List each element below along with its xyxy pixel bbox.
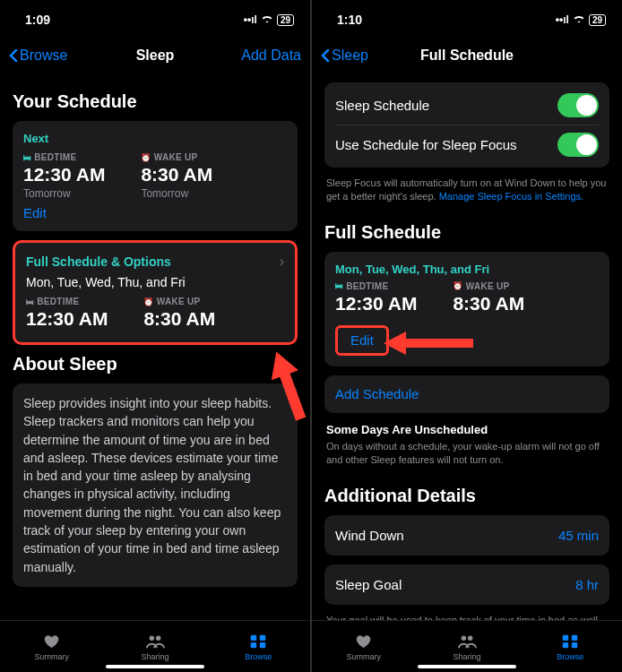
edit-button[interactable]: Edit	[23, 200, 287, 220]
sleep-schedule-label: Sleep Schedule	[335, 98, 429, 113]
people-icon	[457, 633, 477, 650]
bed-icon: 🛏	[23, 153, 31, 162]
next-schedule-card: Next 🛏BEDTIME 12:30 AM Tomorrow ⏰WAKE UP…	[13, 121, 298, 231]
add-data-button[interactable]: Add Data	[241, 47, 301, 64]
add-schedule-button[interactable]: Add Schedule	[335, 386, 419, 401]
content[interactable]: Your Schedule Next 🛏BEDTIME 12:30 AM Tom…	[0, 72, 310, 620]
svg-point-8	[462, 635, 467, 641]
status-time: 1:10	[337, 13, 362, 27]
use-focus-label: Use Schedule for Sleep Focus	[335, 137, 517, 152]
wake-value: 8:30 AM	[453, 293, 524, 314]
wake-label: ⏰WAKE UP	[141, 152, 212, 162]
tab-summary[interactable]: Summary	[312, 621, 415, 672]
back-button[interactable]: Sleep	[321, 47, 368, 64]
heart-icon	[42, 633, 62, 650]
tab-browse[interactable]: Browse	[519, 621, 622, 672]
svg-rect-4	[260, 634, 265, 640]
home-indicator[interactable]	[106, 665, 204, 668]
bedtime-value: 12:30 AM	[23, 164, 105, 185]
wifi-icon	[573, 13, 585, 26]
battery-icon: 29	[277, 14, 294, 26]
svg-point-2	[156, 635, 161, 641]
svg-rect-11	[572, 634, 577, 640]
bedtime-label: 🛏BEDTIME	[335, 281, 417, 291]
goal-help: Your goal will be used to keep track of …	[324, 614, 609, 620]
edit-button[interactable]: Edit	[350, 332, 374, 348]
sleep-goal-value: 8 hr	[575, 577, 599, 592]
about-card: Sleep provides insight into your sleep h…	[13, 383, 298, 587]
nav-bar: Browse Sleep Add Data	[0, 39, 310, 72]
back-button[interactable]: Browse	[9, 47, 67, 64]
bedtime-sub: Tomorrow	[23, 187, 105, 200]
wake-label: ⏰WAKE UP	[453, 281, 524, 291]
svg-rect-3	[251, 634, 256, 640]
nav-title: Full Schedule	[420, 47, 514, 64]
status-time: 1:09	[25, 13, 50, 27]
wifi-icon	[261, 13, 273, 26]
phone-right: 1:10 ••ıl 29 Sleep Full Schedule Sleep S…	[312, 0, 622, 672]
about-heading: About Sleep	[13, 354, 298, 375]
unscheduled-help: Some Days Are Unscheduled On days withou…	[324, 422, 609, 477]
alarm-icon: ⏰	[453, 281, 462, 290]
schedule-card: Mon, Tue, Wed, Thu, and Fri 🛏BEDTIME 12:…	[324, 252, 609, 366]
home-indicator[interactable]	[418, 665, 516, 668]
bedtime-value: 12:30 AM	[335, 293, 417, 314]
bedtime-label: 🛏BEDTIME	[23, 152, 105, 162]
bed-icon: 🛏	[26, 297, 34, 306]
chevron-right-icon: ›	[280, 254, 284, 270]
wake-sub: Tomorrow	[141, 187, 212, 200]
bed-icon: 🛏	[335, 281, 343, 290]
wake-value: 8:30 AM	[141, 164, 212, 185]
grid-icon	[560, 633, 580, 650]
about-body: Sleep provides insight into your sleep h…	[23, 394, 287, 576]
full-schedule-card[interactable]: Full Schedule & Options › Mon, Tue, Wed,…	[13, 240, 298, 345]
grid-icon	[248, 633, 268, 650]
people-icon	[145, 633, 165, 650]
your-schedule-heading: Your Schedule	[13, 91, 298, 112]
cellular-icon: ••ıl	[556, 13, 569, 26]
svg-rect-12	[563, 642, 568, 647]
schedule-days: Mon, Tue, Wed, Thu, and Fri	[26, 275, 284, 289]
status-icons: ••ıl 29	[244, 13, 294, 26]
battery-icon: 29	[589, 14, 606, 26]
wind-down-value: 45 min	[558, 528, 599, 543]
schedule-days: Mon, Tue, Wed, Thu, and Fri	[335, 263, 599, 276]
toggles-card: Sleep Schedule Use Schedule for Sleep Fo…	[324, 82, 609, 168]
sleep-schedule-toggle[interactable]	[557, 93, 599, 117]
wake-value: 8:30 AM	[143, 308, 215, 330]
svg-point-1	[150, 635, 155, 641]
status-icons: ••ıl 29	[556, 13, 606, 26]
bedtime-label: 🛏BEDTIME	[26, 297, 108, 306]
full-schedule-title: Full Schedule & Options	[26, 254, 171, 269]
svg-point-9	[468, 635, 473, 641]
wind-down-row[interactable]: Wind Down 45 min	[324, 515, 609, 556]
svg-rect-5	[251, 642, 256, 647]
tab-summary[interactable]: Summary	[0, 621, 103, 672]
additional-details-heading: Additional Details	[324, 486, 609, 506]
tab-browse[interactable]: Browse	[207, 621, 310, 672]
next-label: Next	[23, 132, 287, 145]
chevron-left-icon	[9, 48, 18, 63]
phone-left: 1:09 ••ıl 29 Browse Sleep Add Data Your …	[0, 0, 310, 672]
chevron-left-icon	[321, 48, 330, 63]
alarm-icon: ⏰	[141, 153, 151, 162]
content[interactable]: Sleep Schedule Use Schedule for Sleep Fo…	[312, 72, 622, 620]
alarm-icon: ⏰	[143, 297, 153, 306]
wake-label: ⏰WAKE UP	[143, 297, 215, 306]
svg-rect-10	[563, 634, 568, 640]
status-bar: 1:10 ••ıl 29	[312, 0, 622, 39]
svg-rect-13	[572, 642, 577, 647]
nav-title: Sleep	[136, 47, 175, 64]
add-schedule-card[interactable]: Add Schedule	[324, 375, 609, 413]
focus-help: Sleep Focus will automatically turn on a…	[324, 177, 609, 213]
cellular-icon: ••ıl	[244, 13, 257, 26]
status-bar: 1:09 ••ıl 29	[0, 0, 310, 39]
heart-icon	[354, 633, 374, 650]
nav-bar: Sleep Full Schedule	[312, 39, 622, 72]
use-focus-toggle[interactable]	[557, 133, 599, 157]
bedtime-value: 12:30 AM	[26, 308, 108, 330]
manage-focus-link[interactable]: Manage Sleep Focus in Settings.	[439, 191, 583, 202]
sleep-goal-row[interactable]: Sleep Goal 8 hr	[324, 564, 609, 605]
full-schedule-heading: Full Schedule	[324, 222, 609, 243]
svg-rect-6	[260, 642, 265, 647]
